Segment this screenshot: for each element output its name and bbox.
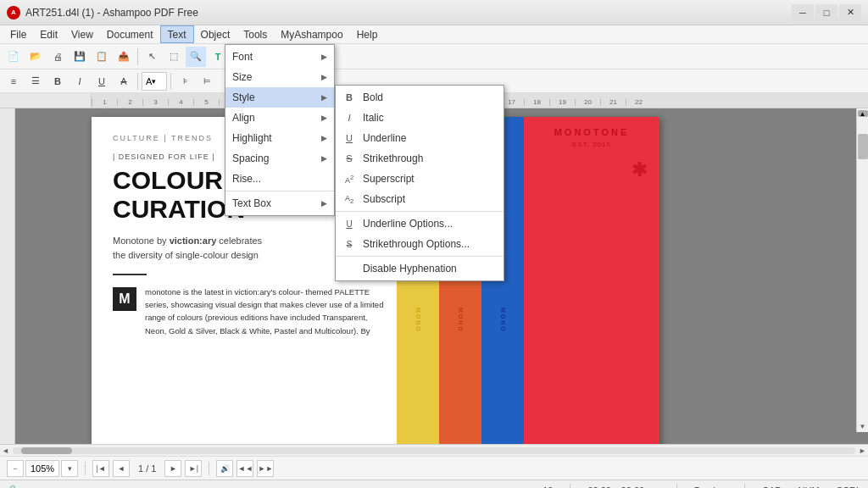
scroll-track[interactable] [13,447,855,454]
menu-text-align[interactable]: Align ▶ [225,108,334,128]
scroll-thumb[interactable] [21,447,72,454]
first-page-btn[interactable]: |◄ [92,460,109,477]
menu-help[interactable]: Help [350,25,385,43]
strike-btn[interactable]: A [114,71,134,92]
superscript-label: Superscript [363,173,415,185]
textbox-arrow: ▶ [321,199,327,208]
status-dash: - [22,485,25,489]
style-underline-options[interactable]: U Underline Options... [336,214,504,234]
style-superscript[interactable]: A2 Superscript [336,169,504,189]
size-arrow: ▶ [321,73,327,81]
strikethrough-options-label: Strikethrough Options... [363,238,470,250]
italic-icon: I [342,113,356,123]
select-btn[interactable]: ⬚ [164,47,184,67]
title-bar: A ART251.d4l (1) - Ashampoo PDF Free ─ □… [0,0,868,25]
zoom-control: − ▾ [7,460,78,477]
menu-file[interactable]: File [3,25,33,43]
style-strikethrough-options[interactable]: S Strikethrough Options... [336,234,504,254]
ruler-mark-2: 2 [117,99,142,106]
underline-options-label: Underline Options... [363,218,453,230]
open-btn[interactable]: 📂 [25,47,46,67]
prev-page-btn[interactable]: ◄ [113,460,130,477]
zoom-input[interactable] [25,460,59,477]
app-icon: A [7,6,20,19]
scrollbar-vertical[interactable]: ▲ ▼ [856,108,868,432]
doc-body-text: monotone is the latest in viction:ary's … [145,286,384,337]
menu-document[interactable]: Document [100,25,160,43]
status-page: 12 [542,485,553,489]
menu-text-spacing[interactable]: Spacing ▶ [225,148,334,169]
style-submenu: B Bold I Italic U Underline S Strikethro… [335,85,504,281]
audio-btn[interactable]: 🔊 [216,460,233,477]
subscript-icon: A2 [342,194,356,205]
style-subscript[interactable]: A2 Subscript [336,189,504,209]
menu-tools[interactable]: Tools [236,25,274,43]
ruler-mark-3: 3 [142,99,168,106]
cursor-btn[interactable]: ↖ [142,47,162,67]
zoom-out-btn[interactable]: − [7,460,24,477]
nav-bar: − ▾ |◄ ◄ 1 / 1 ► ►| 🔊 ◄◄ ►► [0,456,868,480]
menu-text-font[interactable]: Font ▶ [225,47,334,67]
color-strip-red: MONOTONE EST. 2015 ✱ [524,117,659,444]
menu-text-style[interactable]: Style ▶ [225,87,334,108]
scroll-left-btn[interactable]: ◄ [2,446,9,455]
style-disable-hyphenation[interactable]: Disable Hyphenation [336,258,504,279]
menu-text-size[interactable]: Size ▶ [225,67,334,87]
menu-view[interactable]: View [64,25,100,43]
doc-est-label: EST. 2015 [524,141,659,148]
save-btn[interactable]: 💾 [70,47,90,67]
menu-text-textbox[interactable]: Text Box ▶ [225,193,334,214]
ruler-corner [0,93,92,108]
save2-btn[interactable]: 📋 [92,47,112,67]
font-size-dropdown[interactable]: A ▾ [142,72,167,91]
menu-object[interactable]: Object [194,25,237,43]
scroll-right-btn[interactable]: ► [859,446,866,455]
align-left-btn[interactable]: ≡ [3,71,24,92]
window-title: ART251.d4l (1) - Ashampoo PDF Free [25,7,792,19]
style-italic[interactable]: I Italic [336,108,504,128]
ruler-mark-1: 1 [92,99,117,106]
ruler-mark-22: 22 [626,99,651,106]
close-button[interactable]: ✕ [839,4,861,21]
para-left[interactable]: ⊧ [175,71,195,92]
underline-label: Underline [363,132,406,144]
next-nav-btn[interactable]: ►► [257,460,274,477]
menu-edit[interactable]: Edit [33,25,64,43]
underline-btn[interactable]: U [92,71,112,92]
last-page-btn[interactable]: ►| [185,460,202,477]
style-underline[interactable]: U Underline [336,128,504,148]
ruler-mark-18: 18 [524,99,549,106]
style-bold[interactable]: B Bold [336,87,504,108]
page-info: 1 / 1 [138,463,156,474]
next-page-btn[interactable]: ► [164,460,181,477]
disable-hyphenation-label: Disable Hyphenation [363,263,457,274]
ruler-mark-5: 5 [193,99,219,106]
para-center[interactable]: ⊨ [197,71,217,92]
align-center-btn[interactable]: ☰ [25,71,46,92]
status-num: NUM [798,485,820,489]
print-btn[interactable]: 🖨 [47,47,68,67]
subscript-label: Subscript [363,193,405,205]
style-strikethrough[interactable]: S Strikethrough [336,148,504,169]
strikethrough-options-icon: S [342,240,356,249]
menu-text-rise[interactable]: Rise... [225,169,334,189]
new-btn[interactable]: 📄 [3,47,24,67]
italic-btn[interactable]: I [70,71,90,92]
maximize-button[interactable]: □ [815,4,837,21]
font-arrow: ▶ [321,53,327,61]
minimize-button[interactable]: ─ [792,4,814,21]
prev-nav-btn[interactable]: ◄◄ [236,460,253,477]
highlight-arrow: ▶ [321,134,327,142]
align-arrow: ▶ [321,114,327,122]
status-sep1 [570,484,570,489]
scrollbar-horizontal[interactable]: ◄ ► [0,444,868,456]
zoom-btn[interactable]: 🔍 [186,47,206,67]
export-btn[interactable]: 📤 [114,47,134,67]
sep4 [170,73,171,90]
menu-myashampoo[interactable]: MyAshampoo [274,25,349,43]
menu-text-highlight[interactable]: Highlight ▶ [225,128,334,148]
bold-btn[interactable]: B [47,71,68,92]
menu-text[interactable]: Text [160,25,194,43]
zoom-dropdown-btn[interactable]: ▾ [61,460,78,477]
style-arrow: ▶ [321,93,327,102]
